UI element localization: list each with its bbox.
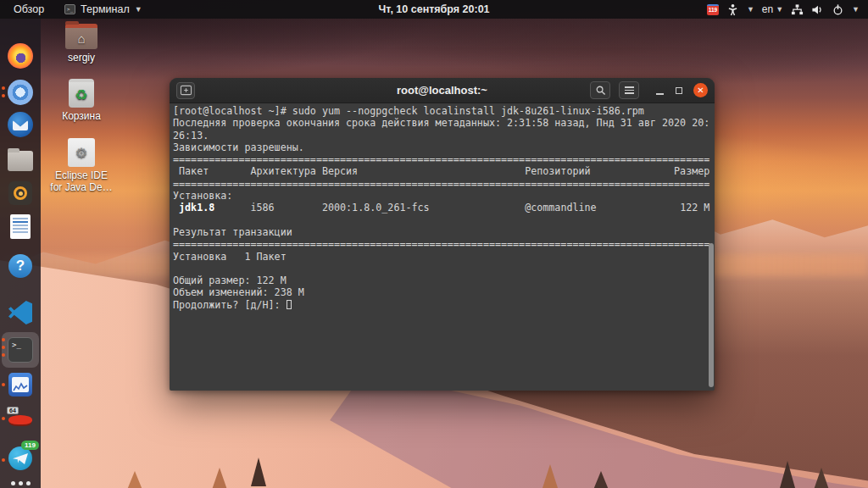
dock-item-libreoffice-writer[interactable] [0, 214, 41, 239]
search-button[interactable] [590, 81, 610, 99]
libreoffice-writer-icon [10, 214, 31, 239]
wallpaper-tree [212, 468, 227, 488]
search-icon [595, 85, 606, 96]
hamburger-icon [625, 86, 634, 94]
telegram-icon: 119 [8, 446, 32, 470]
menu-button[interactable] [619, 81, 639, 99]
dock-item-help[interactable]: ? [0, 254, 41, 278]
desktop-icon-sergiy[interactable]: ⌂ sergiy [43, 24, 120, 64]
thunderbird-icon [8, 112, 33, 137]
terminal-titlebar[interactable]: root@localhost:~ ✕ [170, 78, 715, 103]
dock-item-redhat[interactable]: 64 [0, 405, 41, 430]
desktop-icon-eclipse-installer[interactable]: ⚙ Eclipse IDE for Java De… [35, 138, 128, 193]
terminal-output[interactable]: [root@localhost ~]# sudo yum --nogpgchec… [170, 103, 715, 390]
dock-item-show-applications[interactable] [0, 481, 41, 488]
running-indicator-dot [2, 417, 5, 420]
home-folder-icon: ⌂ [65, 24, 97, 49]
accessibility-chevron-icon[interactable]: ▼ [747, 5, 754, 14]
desktop-icon-label: Eclipse IDE [35, 169, 128, 181]
language-chevron-icon: ▼ [776, 5, 783, 14]
running-indicator-dot [2, 338, 5, 341]
close-button[interactable]: ✕ [693, 83, 708, 97]
dock: ? >_ 64 119 [0, 19, 41, 488]
desktop-icon-label: sergiy [43, 52, 120, 64]
desktop-icon-label: for Java De… [35, 181, 128, 193]
trash-icon: ♻ [69, 79, 94, 108]
wallpaper-tree [814, 468, 829, 488]
wallpaper-tree [251, 458, 266, 486]
wallpaper-tree [127, 471, 142, 488]
close-icon: ✕ [697, 86, 704, 95]
dock-item-system-monitor[interactable] [0, 373, 41, 396]
running-indicator-dot [2, 346, 5, 349]
help-icon: ? [8, 254, 32, 278]
network-icon[interactable] [791, 3, 804, 16]
dock-item-files[interactable] [0, 147, 41, 171]
installer-gear-icon: ⚙ [68, 138, 95, 167]
running-indicator-dot [2, 353, 5, 357]
chromium-icon [8, 80, 33, 105]
wallpaper-tree [593, 471, 609, 488]
maximize-button[interactable] [673, 85, 685, 97]
mail-notification-badge[interactable]: 119 [707, 4, 719, 15]
dock-item-thunderbird[interactable] [0, 112, 41, 137]
firefox-icon [8, 43, 33, 69]
files-icon [8, 151, 33, 171]
system-menu-chevron-icon[interactable]: ▼ [852, 5, 860, 14]
language-indicator[interactable]: en ▼ [762, 3, 783, 15]
scrollbar-thumb[interactable] [709, 243, 714, 387]
wallpaper-tree [542, 464, 558, 488]
minimize-button[interactable] [654, 84, 665, 97]
rhythmbox-icon [8, 181, 32, 205]
terminal-window: root@localhost:~ ✕ [root@localhost ~]# s… [170, 78, 715, 391]
dock-item-terminal-active[interactable]: >_ [0, 337, 41, 363]
dock-item-telegram[interactable]: 119 [0, 446, 41, 470]
new-tab-icon [180, 85, 192, 96]
running-indicator-dot [2, 86, 5, 90]
vscode-icon [8, 301, 32, 324]
top-bar: Обзор >_ Терминал ▼ Чт, 10 сентября 20:0… [0, 0, 868, 19]
dock-item-vscode[interactable] [0, 301, 41, 324]
new-tab-button[interactable] [176, 82, 195, 99]
running-indicator-dot [2, 94, 5, 97]
desktop-icon-trash[interactable]: ♻ Корзина [43, 79, 120, 122]
telegram-unread-badge: 119 [21, 441, 39, 450]
desktop-icon-label: Корзина [43, 110, 120, 122]
dock-item-chromium[interactable] [0, 80, 41, 105]
wallpaper-tree [780, 461, 795, 488]
power-icon[interactable] [832, 3, 844, 16]
running-indicator-dot [2, 458, 5, 462]
redhat-icon: 64 [7, 405, 34, 430]
volume-icon[interactable] [811, 3, 824, 16]
dock-item-rhythmbox[interactable] [0, 181, 41, 205]
terminal-cursor [287, 300, 292, 309]
dock-item-firefox[interactable] [0, 43, 41, 69]
redhat-badge: 64 [7, 407, 19, 414]
terminal-icon: >_ [8, 337, 33, 363]
running-indicator-dot [2, 383, 5, 386]
accessibility-icon[interactable] [726, 3, 739, 16]
apps-grid-icon [11, 481, 31, 488]
system-monitor-icon [8, 373, 32, 396]
